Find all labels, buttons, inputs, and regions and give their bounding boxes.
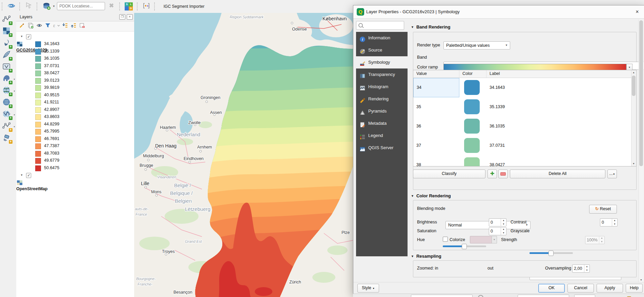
color-swatch[interactable] <box>464 157 480 166</box>
panel-float-icon[interactable]: ❐ <box>119 14 125 20</box>
layer-row-gcg[interactable]: ▼ ✓ GCG2016v2023 <box>16 33 134 40</box>
color-cell[interactable] <box>459 136 486 155</box>
select-segment-button[interactable] <box>24 1 34 12</box>
label-cell[interactable]: 35.1339 <box>486 97 636 117</box>
table-row[interactable]: 3737.0731 <box>413 136 636 155</box>
contrast-slider[interactable] <box>529 250 573 256</box>
expand-all-button[interactable] <box>61 22 69 29</box>
toolbar-handle[interactable] <box>19 2 22 11</box>
sidebar-tab-histogram[interactable]: Histogram <box>356 81 408 93</box>
legend-item[interactable]: 39.9819 <box>16 84 134 92</box>
dialog-scrollbar[interactable]: ▼ <box>639 20 644 283</box>
raster-attributes-button[interactable] <box>141 1 151 12</box>
column-header-color[interactable]: Color <box>459 70 486 78</box>
add-vector-layer-button[interactable]: + <box>2 15 12 25</box>
band-rendering-header[interactable]: ▼Band Rendering <box>411 24 450 29</box>
magnifier-icon[interactable] <box>478 295 483 297</box>
advanced-options-button[interactable]: ...▼ <box>607 170 617 178</box>
scroll-down-icon[interactable]: ▼ <box>631 161 636 166</box>
sidebar-tab-legend[interactable]: Legend <box>356 130 408 142</box>
dropdown-arrow-icon[interactable]: ▾ <box>14 90 15 93</box>
scroll-handle[interactable] <box>639 20 643 166</box>
sld4raster-button[interactable]: SL D <box>124 1 134 12</box>
resampling-header[interactable]: ▼Resampling <box>411 254 441 259</box>
remove-layer-button[interactable] <box>78 22 86 29</box>
color-swatch[interactable] <box>464 99 480 114</box>
legend-item[interactable]: 47.7387 <box>16 142 134 150</box>
layer-name[interactable]: OpenStreetMap <box>16 185 47 193</box>
add-entry-button[interactable]: ✚ <box>487 170 497 178</box>
add-delimited-text-layer-button[interactable]: + <box>2 38 12 48</box>
legend-item[interactable]: 43.8603 <box>16 113 134 121</box>
properties-search-input[interactable] <box>356 21 404 30</box>
value-cell[interactable]: 36 <box>413 117 459 136</box>
dropdown-arrow-icon[interactable]: ▾ <box>14 78 15 81</box>
table-scrollbar[interactable]: ▲ ▼ <box>631 70 636 166</box>
table-row[interactable]: 3838.0427 <box>413 155 636 166</box>
toolbar-handle[interactable] <box>119 2 122 11</box>
classify-button[interactable]: Classify <box>413 170 485 178</box>
value-cell[interactable]: 37 <box>413 136 459 155</box>
oversampling-spinbox[interactable]: 2,00▲▼ <box>572 264 590 273</box>
add-wcs-layer-button[interactable]: + <box>2 98 12 108</box>
color-cell[interactable] <box>459 97 486 117</box>
legend-item[interactable]: 37.0731 <box>16 62 134 70</box>
add-virtual-layer-button[interactable]: + ▾ <box>2 121 12 132</box>
collapse-all-button[interactable] <box>70 22 77 29</box>
dialog-close-icon[interactable]: × <box>633 7 642 16</box>
collapse-arrow-icon[interactable]: ▼ <box>19 172 24 179</box>
color-swatch[interactable] <box>464 80 480 95</box>
colorize-color-dropdown[interactable]: ▼ <box>492 236 497 243</box>
label-cell[interactable]: 34.1643 <box>486 78 636 97</box>
map-canvas[interactable]: Region SyddanmarkKøbenhavnOdenseGroninge… <box>134 13 359 297</box>
pdok-locator-input[interactable] <box>57 2 105 10</box>
sidebar-tab-pyramids[interactable]: Pyramids <box>356 105 408 117</box>
colorize-color-button[interactable] <box>470 236 492 243</box>
add-wfs-layer-button[interactable]: + ▾ <box>2 110 12 120</box>
legend-item[interactable]: 38.0427 <box>16 70 134 77</box>
table-row[interactable]: 3434.1643 <box>413 78 636 97</box>
legend-item[interactable]: 49.6779 <box>16 157 134 164</box>
add-spatialite-layer-button[interactable]: + <box>2 50 12 60</box>
pdok-dropdown-arrow[interactable]: ▼ <box>53 5 55 8</box>
legend-item[interactable]: 44.8299 <box>16 121 134 128</box>
cancel-button[interactable]: Cancel <box>567 284 594 293</box>
color-cell[interactable] <box>459 78 486 97</box>
apply-button[interactable]: Apply <box>597 284 623 293</box>
contrast-spinbox[interactable]: 0▲▼ <box>600 218 618 226</box>
value-cell[interactable]: 35 <box>413 97 459 117</box>
legend-item[interactable]: 46.7691 <box>16 135 134 143</box>
filter-by-expression-button[interactable]: ε <box>53 22 60 29</box>
add-postgis-layer-button[interactable]: + ▾ <box>2 74 12 84</box>
add-group-button[interactable] <box>27 22 34 29</box>
dropdown-arrow-icon[interactable]: ▾ <box>14 114 15 116</box>
toolbar-handle[interactable] <box>2 2 4 11</box>
scroll-handle[interactable] <box>632 76 636 96</box>
color-cell[interactable] <box>459 155 486 166</box>
label-cell[interactable]: 37.0731 <box>486 136 636 155</box>
legend-item[interactable]: 42.8907 <box>16 106 134 114</box>
legend-item[interactable]: 45.7995 <box>16 128 134 135</box>
label-cell[interactable]: 36.1035 <box>486 117 636 136</box>
open-layer-styling-button[interactable] <box>18 22 26 29</box>
add-wms-layer-button[interactable]: + ▾ <box>2 86 12 96</box>
clear-locator-button[interactable] <box>106 1 117 12</box>
dropdown-arrow-icon[interactable]: ▾ <box>14 125 15 128</box>
render-type-combo[interactable]: Paletted/Unique values▼ <box>443 41 510 50</box>
toolbar-handle[interactable] <box>37 2 39 11</box>
sidebar-tab-qgis-server[interactable]: QGIS Server <box>356 142 408 154</box>
toolbar-handle[interactable] <box>154 2 157 11</box>
add-vector-dataset-button[interactable]: + <box>2 62 12 72</box>
column-header-value[interactable]: Value <box>413 70 459 78</box>
saturation-spinbox[interactable]: 0▲▼ <box>489 227 506 235</box>
manage-map-themes-button[interactable] <box>36 22 43 29</box>
color-swatch[interactable] <box>464 138 480 153</box>
scale-combo[interactable] <box>518 295 569 297</box>
collapse-arrow-icon[interactable]: ▼ <box>19 33 24 40</box>
brightness-spinbox[interactable]: 0▲▼ <box>489 218 506 226</box>
table-row[interactable]: 3535.1339 <box>413 97 636 117</box>
legend-item[interactable]: 36.1035 <box>16 55 134 62</box>
sidebar-tab-transparency[interactable]: Transparency <box>356 68 408 81</box>
coordinate-input[interactable] <box>411 295 473 297</box>
legend-item[interactable]: 48.7083 <box>16 150 134 157</box>
